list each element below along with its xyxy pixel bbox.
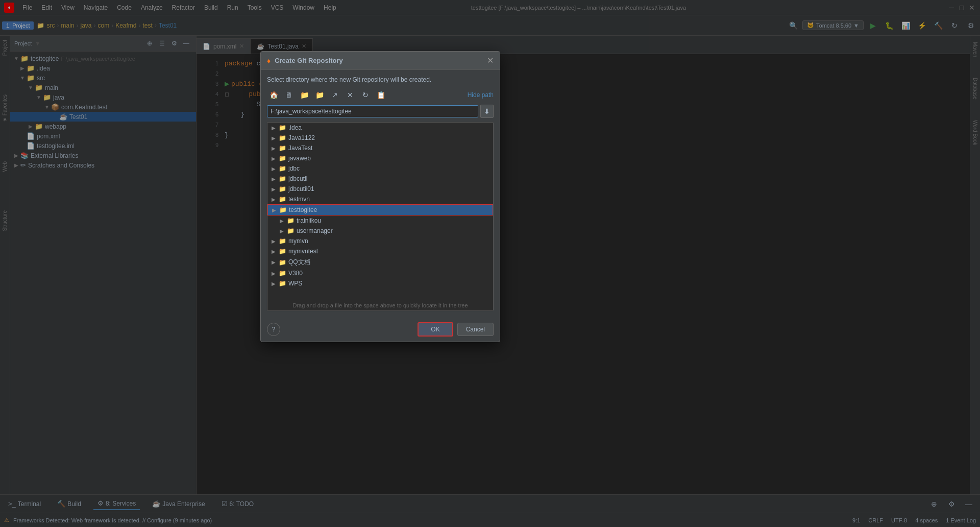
dialog-tree-item-trainlikou[interactable]: ▶ 📁 trainlikou <box>267 215 493 226</box>
tree-item-label: javaweb <box>288 155 311 162</box>
expand-icon: ▶ <box>272 281 279 286</box>
dialog-tree-item-jdbc[interactable]: ▶ 📁 jdbc <box>267 163 493 174</box>
folder-icon: 📁 <box>287 227 295 234</box>
drag-hint-text: Drag and drop a file into the space abov… <box>267 300 493 310</box>
expand-icon: ▶ <box>272 249 279 254</box>
dialog-path-input[interactable] <box>267 105 478 117</box>
tree-item-label: jdbcutil01 <box>288 185 314 193</box>
folder-icon: 📁 <box>279 165 286 172</box>
tree-item-label: jdbcutil <box>288 175 307 182</box>
tree-item-label: Java1122 <box>288 134 315 141</box>
dialog-tree-item-usermanager[interactable]: ▶ 📁 usermanager <box>267 226 493 236</box>
expand-icon: ▶ <box>272 125 279 131</box>
dialog-parent-button[interactable]: 📁 <box>298 88 311 102</box>
folder-icon: 📁 <box>279 134 286 141</box>
dialog-home-button[interactable]: 🏠 <box>267 88 280 102</box>
folder-icon: 📁 <box>279 270 286 277</box>
dialog-description: Select directory where the new Git repos… <box>267 76 494 83</box>
dialog-tree-item-java1122[interactable]: ▶ 📁 Java1122 <box>267 133 493 143</box>
dialog-tree-item-mymvntest[interactable]: ▶ 📁 mymvntest <box>267 246 493 256</box>
dialog-footer: ? OK Cancel <box>261 317 500 342</box>
tree-item-label: mymvn <box>288 237 308 245</box>
expand-icon: ▶ <box>272 135 279 141</box>
dialog-title: ♦ Create Git Repository <box>267 57 343 65</box>
expand-icon: ▶ <box>272 166 279 172</box>
expand-icon: ▶ <box>280 228 287 234</box>
tree-item-label: trainlikou <box>297 217 321 224</box>
folder-icon: 📁 <box>279 248 286 255</box>
tree-item-label: testtogitee <box>289 206 317 213</box>
git-dialog-icon: ♦ <box>267 57 271 65</box>
dialog-title-bar: ♦ Create Git Repository ✕ <box>261 52 500 70</box>
expand-icon: ▶ <box>280 218 287 224</box>
dialog-move-button[interactable]: ↗ <box>328 88 341 102</box>
tree-item-label: testmvn <box>288 196 310 203</box>
folder-icon: 📁 <box>279 155 286 162</box>
dialog-copy-path-button[interactable]: 📋 <box>374 88 387 102</box>
dialog-title-text: Create Git Repository <box>275 57 343 64</box>
dialog-tree-item-testmvn[interactable]: ▶ 📁 testmvn <box>267 194 493 204</box>
dialog-new-folder-button[interactable]: 📁 <box>313 88 326 102</box>
expand-icon: ▶ <box>272 238 279 244</box>
dialog-file-tree: ▶ 📁 .idea ▶ 📁 Java1122 ▶ 📁 JavaTest ▶ 📁 … <box>267 122 494 311</box>
folder-icon: 📁 <box>287 217 295 224</box>
dialog-body: Select directory where the new Git repos… <box>261 70 500 317</box>
folder-icon: 📁 <box>279 185 286 193</box>
dialog-tree-item-qq[interactable]: ▶ 📁 QQ文档 <box>267 256 493 268</box>
dialog-delete-button[interactable]: ✕ <box>344 88 357 102</box>
expand-icon: ▶ <box>272 156 279 161</box>
dialog-download-button[interactable]: ⬇ <box>480 105 494 118</box>
folder-icon: 📁 <box>279 237 286 245</box>
dialog-cancel-button[interactable]: Cancel <box>457 323 494 336</box>
create-git-repository-dialog: ♦ Create Git Repository ✕ Select directo… <box>260 51 500 342</box>
expand-icon: ▶ <box>272 146 279 151</box>
dialog-help-button[interactable]: ? <box>267 323 280 336</box>
expand-icon: ▶ <box>272 207 279 213</box>
dialog-refresh-button[interactable]: ↻ <box>359 88 372 102</box>
dialog-ok-button[interactable]: OK <box>418 322 453 337</box>
dialog-path-row: ⬇ <box>267 105 494 118</box>
tree-item-label: .idea <box>288 124 302 131</box>
tree-item-label: V380 <box>288 270 303 277</box>
hide-path-button[interactable]: Hide path <box>468 91 494 99</box>
folder-icon: 📁 <box>279 280 286 287</box>
dialog-tree-item-jdbcutil01[interactable]: ▶ 📁 jdbcutil01 <box>267 184 493 194</box>
dialog-tree-item-mymvn[interactable]: ▶ 📁 mymvn <box>267 236 493 246</box>
tree-item-label: WPS <box>288 280 302 287</box>
dialog-desktop-button[interactable]: 🖥 <box>282 88 296 102</box>
tree-item-label: JavaTest <box>288 145 312 152</box>
dialog-tree-item-wps[interactable]: ▶ 📁 WPS <box>267 278 493 289</box>
expand-icon: ▶ <box>272 186 279 192</box>
dialog-tree-item-javatest[interactable]: ▶ 📁 JavaTest <box>267 143 493 153</box>
tree-item-label: jdbc <box>288 165 300 172</box>
folder-icon: 📁 <box>279 145 286 152</box>
tree-item-label: usermanager <box>297 227 333 234</box>
expand-icon: ▶ <box>272 176 279 182</box>
folder-icon: 📁 <box>279 175 286 182</box>
dialog-tree-item-jdbcutil[interactable]: ▶ 📁 jdbcutil <box>267 174 493 184</box>
dialog-toolbar: 🏠 🖥 📁 📁 ↗ ✕ ↻ 📋 Hide path <box>267 88 494 102</box>
dialog-tree-item-javaweb[interactable]: ▶ 📁 javaweb <box>267 153 493 163</box>
expand-icon: ▶ <box>272 197 279 202</box>
folder-icon: 📁 <box>279 259 286 266</box>
dialog-tree-item-testtogitee[interactable]: ▶ 📁 testtogitee <box>267 204 493 215</box>
tree-item-label: QQ文档 <box>288 258 310 267</box>
expand-icon: ▶ <box>272 271 279 276</box>
expand-icon: ▶ <box>272 259 279 265</box>
folder-icon: 📁 <box>279 206 287 213</box>
folder-icon: 📁 <box>279 196 286 203</box>
folder-icon: 📁 <box>279 124 286 131</box>
tree-item-label: mymvntest <box>288 248 318 255</box>
dialog-tree-item-v380[interactable]: ▶ 📁 V380 <box>267 268 493 278</box>
dialog-tree-item-idea[interactable]: ▶ 📁 .idea <box>267 123 493 133</box>
dialog-close-button[interactable]: ✕ <box>487 56 494 65</box>
